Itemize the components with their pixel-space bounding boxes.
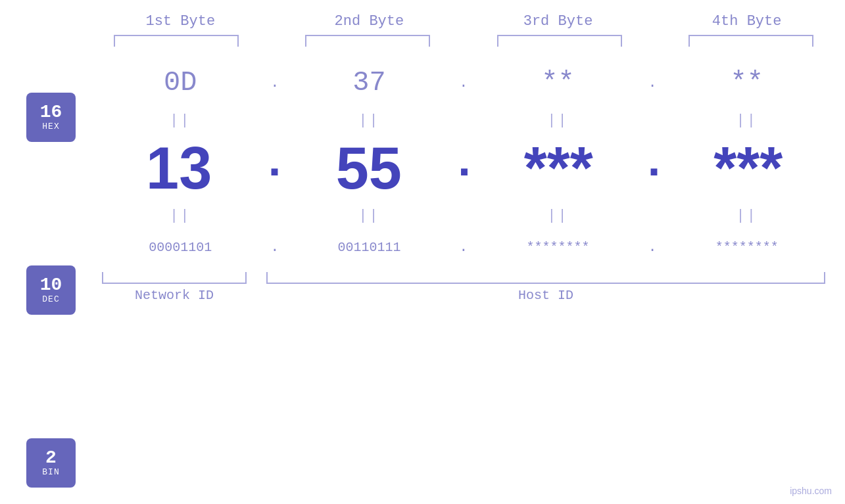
hex-badge: 16 HEX (26, 93, 76, 142)
hex-val-2: 37 (352, 67, 385, 99)
byte-label-3: 3rd Byte (486, 13, 631, 30)
top-bracket-4 (688, 35, 813, 47)
bin-badge: 2 BIN (26, 438, 76, 488)
host-bracket (266, 272, 825, 284)
bin-val-4: ******** (715, 240, 779, 255)
bottom-brackets (102, 272, 825, 284)
network-id-label: Network ID (102, 288, 247, 303)
eq-8: || (736, 208, 757, 224)
dot-dec-3: . (640, 137, 667, 199)
dot-dec-2: . (450, 137, 477, 199)
watermark: ipshu.com (790, 486, 832, 496)
eq-4: || (736, 112, 757, 129)
dot-hex-2: . (454, 75, 473, 91)
value-section: 16 HEX 10 DEC 2 BIN 0D . 37 . ** (0, 57, 845, 504)
hex-val-4: ** (730, 67, 763, 99)
dot-bin-3: . (642, 239, 662, 256)
badges-column: 16 HEX 10 DEC 2 BIN (0, 57, 102, 504)
hex-val-1: 0D (164, 67, 197, 99)
dot-hex-1: . (265, 75, 285, 91)
eq-1: || (170, 112, 191, 129)
dot-bin-2: . (454, 239, 473, 256)
bin-val-1: 00001101 (149, 240, 212, 255)
eq-5: || (170, 208, 191, 224)
top-bracket-1 (114, 35, 239, 47)
host-id-label: Host ID (266, 288, 825, 303)
byte-label-4: 4th Byte (675, 13, 819, 30)
top-bracket-3 (497, 35, 622, 47)
network-bracket (102, 272, 247, 284)
dec-val-1: 13 (146, 139, 212, 198)
dec-row: 13 . 55 . *** . *** (102, 132, 825, 204)
equals-row-2: || || || || (102, 204, 825, 227)
hex-val-3: ** (541, 67, 574, 99)
byte-label-1: 1st Byte (108, 13, 253, 30)
main-container: 1st Byte 2nd Byte 3rd Byte 4th Byte (0, 0, 845, 504)
equals-row-1: || || || || (102, 109, 825, 132)
eq-2: || (358, 112, 379, 129)
dot-dec-1: . (260, 137, 287, 199)
bin-val-2: 00110111 (337, 240, 400, 255)
dec-val-4: *** (713, 139, 783, 198)
dot-bin-1: . (265, 239, 285, 256)
eq-6: || (358, 208, 379, 224)
top-bracket-2 (305, 35, 430, 47)
dec-badge: 10 DEC (26, 265, 76, 315)
eq-3: || (547, 112, 568, 129)
hex-row: 0D . 37 . ** . ** (102, 57, 825, 109)
byte-label-2: 2nd Byte (297, 13, 441, 30)
eq-7: || (547, 208, 568, 224)
dec-val-2: 55 (336, 139, 402, 198)
dec-val-3: *** (524, 139, 593, 198)
bin-row: 00001101 . 00110111 . ******** . *******… (102, 227, 825, 267)
values-column: 0D . 37 . ** . ** || || || || 13 (102, 57, 845, 504)
dot-hex-3: . (642, 75, 662, 91)
bin-val-3: ******** (527, 240, 590, 255)
